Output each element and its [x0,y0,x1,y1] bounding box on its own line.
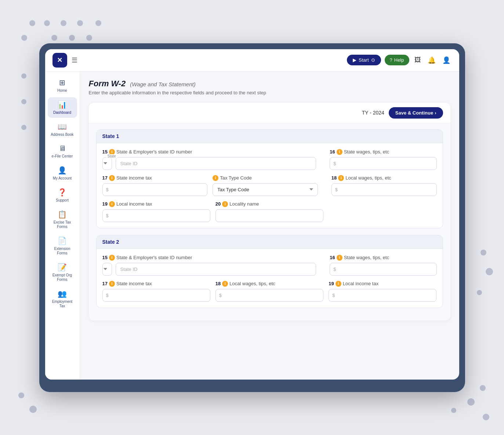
form-card: TY - 2024 Save & Continue › State 1 [89,103,450,320]
sidebar-item-dashboard[interactable]: 📊 Dashboard [48,97,77,118]
state1-locality-label: 20 i Locality name [215,201,323,207]
form-body: State 1 15 i State & Emp [89,123,450,320]
state2-local-income-input[interactable] [329,289,436,302]
sidebar-item-support[interactable]: ❓ Support [48,185,77,206]
state1-local-wages-input[interactable] [331,183,437,196]
state1-state-id-input[interactable] [116,157,316,170]
info-icon-18-s2[interactable]: i [222,281,228,287]
sidebar-item-efile-center[interactable]: 🖥 e-File Center [48,141,77,162]
info-icon-15-s2[interactable]: i [109,255,115,261]
state1-wages-label: 16 i State wages, tips, etc [330,149,436,155]
page-subtitle: Enter the applicable information in the … [89,90,450,95]
state1-body: 15 i State & Employer's state ID number … [97,143,443,228]
start-chevron-icon: ⊙ [371,57,375,63]
info-icon-18[interactable]: i [338,175,344,181]
efile-icon: 🖥 [59,144,66,153]
state1-row1: 15 i State & Employer's state ID number … [102,149,437,170]
state1-local-income-input[interactable] [102,209,210,222]
info-icon-17[interactable]: i [109,175,115,181]
info-icon-20[interactable]: i [222,201,228,207]
info-icon-19-s2[interactable]: i [336,281,341,287]
state2-local-wages-input[interactable] [215,289,323,302]
content-area: Form W-2 (Wage and Tax Statement) Enter … [80,72,459,380]
main-layout: ⊞ Home 📊 Dashboard 📖 Address Book 🖥 e-Fi… [45,72,459,380]
excise-tax-icon: 📋 [58,210,67,219]
state2-state-select[interactable]: State [102,263,112,276]
state1-locality-group: 20 i Locality name [215,201,323,222]
state1-locality-input[interactable] [215,209,323,222]
start-button[interactable]: ▶ Start ⊙ [347,55,381,65]
state1-income-tax-wrapper: $ [102,183,208,196]
header-bar: ✕ ☰ ▶ Start ⊙ ? Help 🖼 🔔 👤 [45,49,459,72]
state1-income-tax-input[interactable] [102,183,208,196]
account-icon: 👤 [58,166,67,175]
info-icon-16[interactable]: i [337,149,342,155]
state2-income-tax-wrapper: $ [102,289,210,302]
state1-tax-type-label: i Tax Type Code [213,175,318,181]
sidebar-item-exempt-org[interactable]: 📝 Exempt Org Forms [48,260,77,285]
info-icon-17-s2[interactable]: i [109,281,115,287]
state2-row2: 17 i State income tax $ [102,281,437,302]
collapse-icon[interactable]: ☰ [72,56,77,64]
state2-income-tax-input[interactable] [102,289,210,302]
state1-state-fields: State Delaware (DE) [102,157,316,170]
browser-window: ✕ ☰ ▶ Start ⊙ ? Help 🖼 🔔 👤 [39,43,465,392]
save-continue-button[interactable]: Save & Continue › [389,107,443,119]
state2-employer-id-label: 15 i State & Employer's state ID number [102,255,316,261]
profile-image-button[interactable]: 🖼 [413,55,423,65]
dollar-prefix-17-s2: $ [106,293,109,298]
user-avatar-icon[interactable]: 👤 [441,55,452,66]
state1-header: State 1 [97,130,443,143]
state1-local-income-wrapper: $ [102,209,210,222]
state1-local-wages-wrapper: $ [331,183,437,196]
state2-employer-id-group: 15 i State & Employer's state ID number … [102,255,316,276]
state1-wages-group: 16 i State wages, tips, etc $ [330,149,436,170]
dollar-prefix-17: $ [106,187,109,192]
state1-local-income-group: 19 i Local income tax $ [102,201,210,222]
sidebar-item-my-account[interactable]: 👤 My Account [48,163,77,184]
state1-state-select[interactable]: Delaware (DE) [102,157,112,170]
state1-local-wages-label: 18 i Local wages, tips, etc [331,175,437,181]
state1-section: State 1 15 i State & Emp [96,129,443,228]
state2-wages-wrapper: $ [330,263,436,276]
state2-state-id-input[interactable] [116,263,316,276]
state2-wages-label: 16 i State wages, tips, etc [330,255,436,261]
state1-employer-id-group: 15 i State & Employer's state ID number … [102,149,316,170]
state1-tax-type-select[interactable]: Tax Type Code [213,183,318,196]
state1-state-select-wrapper: State Delaware (DE) [102,157,112,170]
info-icon-tax-type[interactable]: i [213,175,218,181]
help-icon: ? [390,57,392,63]
notification-bell-icon[interactable]: 🔔 [426,55,437,66]
sidebar-item-home[interactable]: ⊞ Home [48,75,77,96]
state1-local-income-label: 19 i Local income tax [102,201,210,207]
state2-local-income-label: 19 i Local income tax [329,281,436,287]
exempt-org-icon: 📝 [58,263,67,272]
start-icon: ▶ [353,57,356,63]
help-button[interactable]: ? Help [385,55,409,65]
extension-forms-icon: 📄 [58,236,67,245]
state2-income-tax-label: 17 i State income tax [102,281,210,287]
state1-state-float-label: State [106,154,117,158]
state2-local-income-wrapper: $ [329,289,436,302]
sidebar-item-extension-forms[interactable]: 📄 Extension Forms [48,233,77,258]
sidebar-item-employment-tax[interactable]: 👥 Employment Tax [48,286,77,311]
sidebar-item-excise-tax[interactable]: 📋 Excise Tax Forms [48,207,77,232]
state1-income-tax-label: 17 i State income tax [102,175,208,181]
state2-header: State 2 [97,235,443,249]
info-icon-19[interactable]: i [109,201,115,207]
state2-local-wages-label: 18 i Local wages, tips, etc [215,281,323,287]
state2-wages-input[interactable] [330,263,436,276]
chevron-right-icon: › [435,110,436,116]
employment-tax-icon: 👥 [58,289,67,298]
state1-row2: 17 i State income tax $ [102,175,437,196]
home-icon: ⊞ [59,78,65,87]
sidebar-item-address-book[interactable]: 📖 Address Book [48,119,77,140]
info-icon-16-s2[interactable]: i [337,255,342,261]
sidebar: ⊞ Home 📊 Dashboard 📖 Address Book 🖥 e-Fi… [45,72,80,380]
dollar-prefix-19: $ [106,213,109,218]
state1-wages-input[interactable] [330,157,436,170]
state1-tax-type-group: i Tax Type Code Tax Type Code [213,175,318,196]
state2-local-wages-wrapper: $ [215,289,323,302]
logo-button[interactable]: ✕ [52,53,67,68]
state2-local-wages-group: 18 i Local wages, tips, etc $ [215,281,323,302]
